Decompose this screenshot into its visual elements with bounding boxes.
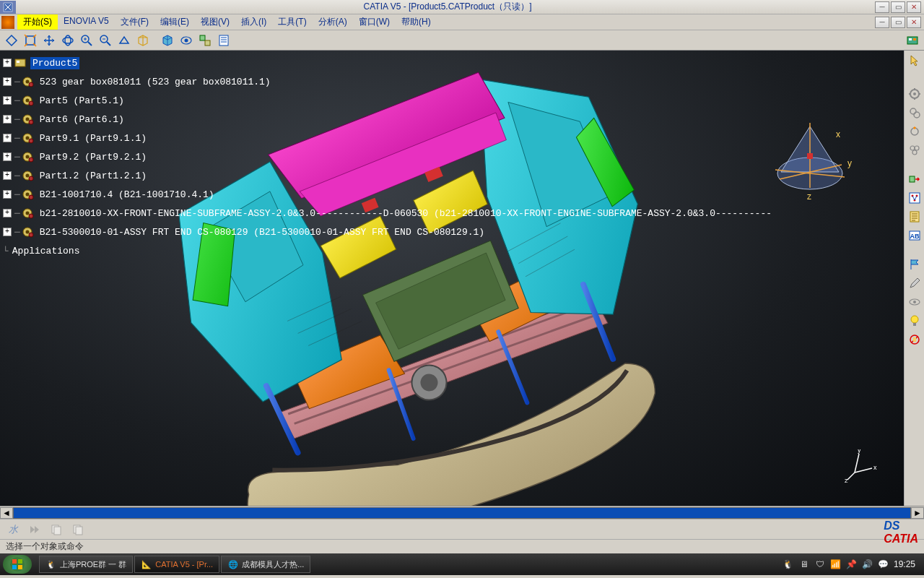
expander-icon[interactable]: + xyxy=(3,96,12,105)
tree-node[interactable]: +─b21-2810010-XX-FRONT-ENGINE-SUBFRAME-A… xyxy=(3,204,774,223)
tray-shield-icon[interactable]: 🛡 xyxy=(814,558,826,570)
bulb-icon[interactable] xyxy=(906,312,923,329)
fit-all-icon[interactable] xyxy=(22,32,39,49)
tray-volume-icon[interactable]: 🔊 xyxy=(862,558,873,570)
rotate-icon[interactable] xyxy=(59,32,77,49)
fly-mode-icon[interactable] xyxy=(3,32,20,49)
scroll-right-button[interactable]: ► xyxy=(911,507,924,519)
clock[interactable]: 19:25 xyxy=(894,559,915,569)
fastforward-icon[interactable] xyxy=(26,521,43,538)
disabled-icon[interactable] xyxy=(906,331,923,348)
taskbar-item[interactable]: 📐CATIA V5 - [Pr... xyxy=(134,556,219,573)
pan-icon[interactable] xyxy=(40,32,58,49)
tray-chat-icon[interactable]: 💬 xyxy=(878,558,889,570)
tree-root-label[interactable]: Product5 xyxy=(30,57,79,69)
mini-axis[interactable]: x y z xyxy=(845,449,878,483)
tray-display-icon[interactable]: 🖥 xyxy=(798,558,810,570)
zoom-out-icon[interactable] xyxy=(97,32,114,49)
tree-node-label[interactable]: Part9.1 (Part9.1.1) xyxy=(38,132,149,144)
tree-node-label[interactable]: Part9.2 (Part9.2.1) xyxy=(38,151,149,163)
tree-node-label[interactable]: B21-5300010-01-ASSY FRT END CS-080129 (B… xyxy=(38,226,487,238)
flag-icon[interactable] xyxy=(906,256,923,273)
replace-icon[interactable] xyxy=(906,171,923,188)
tree-node[interactable]: +─Part9.1 (Part9.1.1) xyxy=(3,129,774,147)
expander-icon[interactable]: + xyxy=(3,115,12,124)
tree-node[interactable]: +─523 gear box081011 (523 gear box081011… xyxy=(3,72,774,91)
zoom-in-icon[interactable] xyxy=(78,32,95,49)
expander-icon[interactable]: + xyxy=(3,152,12,161)
minimize-button[interactable]: ─ xyxy=(875,1,889,13)
menu-item-6[interactable]: 分析(A) xyxy=(313,14,353,30)
expander-icon[interactable]: + xyxy=(3,209,12,217)
expander-icon[interactable]: + xyxy=(3,228,12,236)
menu-item-2[interactable]: 编辑(E) xyxy=(154,14,195,30)
pencil-icon[interactable] xyxy=(906,275,923,292)
graph-icon[interactable] xyxy=(906,189,923,207)
gear2-icon[interactable] xyxy=(906,104,923,121)
tree-node-label[interactable]: Part6 (Part6.1) xyxy=(38,113,126,126)
vpm-icon[interactable] xyxy=(904,32,921,49)
expander-icon[interactable]: + xyxy=(3,134,12,142)
eye-icon[interactable] xyxy=(906,293,923,311)
menu-item-8[interactable]: 帮助(H) xyxy=(396,14,437,30)
doc-close-button[interactable]: ✕ xyxy=(907,17,921,28)
tree-node[interactable]: +─B21-1001710.4 (B21-1001710.4.1) xyxy=(3,185,774,204)
tree-node[interactable]: +─Part5 (Part5.1) xyxy=(3,91,774,110)
doc-minimize-button[interactable]: ─ xyxy=(875,17,889,28)
scroll-left-button[interactable]: ◄ xyxy=(0,507,13,519)
expander-icon[interactable]: + xyxy=(3,190,12,199)
doc-restore-button[interactable]: ▭ xyxy=(891,17,905,28)
tree-node[interactable]: +─Part6 (Part6.1) xyxy=(3,110,774,129)
menu-item-4[interactable]: 插入(I) xyxy=(235,14,272,30)
menu-item-5[interactable]: 工具(T) xyxy=(272,14,312,30)
specification-tree[interactable]: + Product5 +─523 gear box081011 (523 gea… xyxy=(3,53,774,260)
shading-icon[interactable] xyxy=(159,32,176,49)
iso-view-icon[interactable] xyxy=(134,32,152,49)
docs1-icon[interactable] xyxy=(48,521,65,538)
tray-penguin-icon[interactable]: 🐧 xyxy=(783,558,794,570)
hide-show-icon[interactable] xyxy=(178,32,195,49)
tray-network-icon[interactable]: 📶 xyxy=(830,558,842,570)
swap-space-icon[interactable] xyxy=(196,32,214,49)
tree-node-label[interactable]: Part1.2 (Part1.2.1) xyxy=(38,170,149,182)
horizontal-scrollbar[interactable]: ◄ ► xyxy=(0,506,924,519)
tree-node-label[interactable]: B21-1001710.4 (B21-1001710.4.1) xyxy=(38,189,217,201)
menu-item-1[interactable]: 文件(F) xyxy=(115,14,154,30)
menu-start[interactable]: 开始(S) xyxy=(17,14,58,30)
gear4-icon[interactable] xyxy=(906,142,923,159)
tree-node[interactable]: +─Part1.2 (Part1.2.1) xyxy=(3,166,774,185)
taskbar-item[interactable]: 🐧上海PROE群 一 群 xyxy=(39,556,133,573)
svg-point-26 xyxy=(25,137,29,140)
close-button[interactable]: ✕ xyxy=(907,1,921,13)
docs2-icon[interactable] xyxy=(69,521,87,538)
tree-node[interactable]: +─Part9.2 (Part9.2.1) xyxy=(3,147,774,166)
start-button[interactable] xyxy=(3,555,32,574)
water-icon[interactable]: 水 xyxy=(4,521,22,538)
bom-icon[interactable] xyxy=(906,208,923,225)
normal-view-icon[interactable] xyxy=(116,32,133,49)
menu-item-7[interactable]: 窗口(W) xyxy=(353,14,396,30)
scroll-track[interactable] xyxy=(13,507,911,519)
menu-item-3[interactable]: 视图(V) xyxy=(195,14,235,30)
taskbar-item[interactable]: 🌐成都模具人才热... xyxy=(221,556,310,573)
system-icon[interactable] xyxy=(1,16,14,29)
gear1-icon[interactable] xyxy=(906,85,923,103)
menu-item-0[interactable]: ENOVIA V5 xyxy=(58,14,115,30)
expander-icon[interactable]: + xyxy=(3,171,12,180)
tree-node-label[interactable]: 523 gear box081011 (523 gear box081011.1… xyxy=(38,76,273,88)
tree-node[interactable]: +─B21-5300010-01-ASSY FRT END CS-080129 … xyxy=(3,223,774,241)
tray-pin-icon[interactable]: 📌 xyxy=(846,558,858,570)
tree-applications-label[interactable]: Applications xyxy=(10,245,82,257)
expander-icon[interactable]: + xyxy=(3,77,12,86)
system-tray[interactable]: 🐧 🖥 🛡 📶 📌 🔊 💬 19:25 xyxy=(783,558,921,570)
compass[interactable]: y z x xyxy=(759,108,860,210)
number-icon[interactable]: AB xyxy=(906,227,923,244)
3d-viewport[interactable]: + Product5 +─523 gear box081011 (523 gea… xyxy=(0,51,904,506)
maximize-button[interactable]: ▭ xyxy=(891,1,905,13)
expander-icon[interactable]: + xyxy=(3,59,12,67)
properties-icon[interactable] xyxy=(215,32,232,49)
gear3-icon[interactable] xyxy=(906,123,923,140)
tree-node-label[interactable]: Part5 (Part5.1) xyxy=(38,95,126,107)
select-icon[interactable] xyxy=(906,52,923,69)
tree-node-label[interactable]: b21-2810010-XX-FRONT-ENGINE-SUBFRAME-ASS… xyxy=(38,207,774,220)
